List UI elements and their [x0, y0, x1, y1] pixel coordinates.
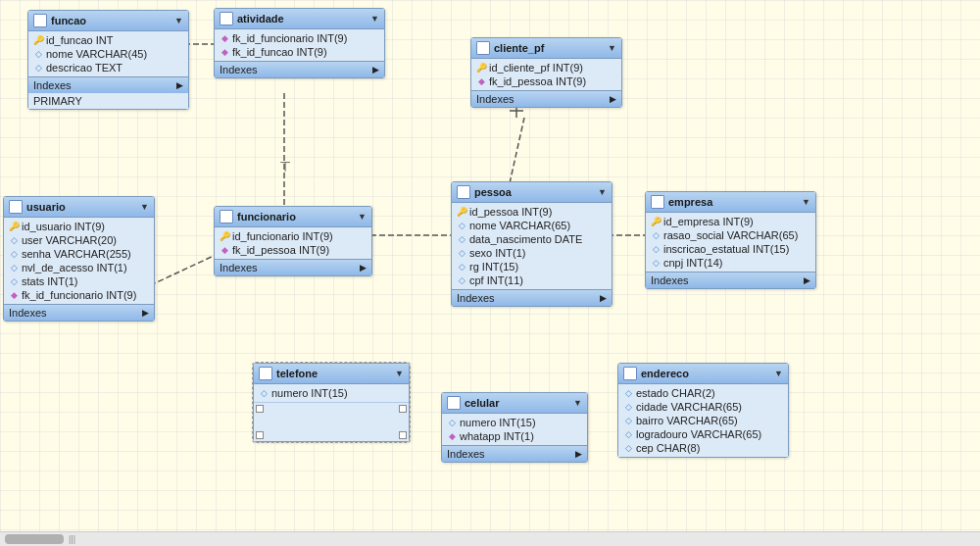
table-usuario-indexes[interactable]: Indexes ▶ — [4, 304, 154, 321]
table-usuario-header[interactable]: usuario ▼ — [4, 197, 154, 218]
field-icon: ◇ — [9, 276, 19, 286]
table-pessoa: pessoa ▼ 🔑 id_pessoa INT(9) ◇ nome VARCH… — [451, 181, 612, 307]
field-icon: ◇ — [623, 429, 633, 439]
table-funcionario-indexes[interactable]: Indexes ▶ — [215, 259, 371, 275]
field-label: estado CHAR(2) — [636, 387, 715, 399]
table-telefone-header[interactable]: telefone ▼ — [254, 364, 409, 384]
table-icon — [476, 41, 490, 55]
indexes-arrow: ▶ — [804, 275, 810, 285]
field-row: 🔑 id_usuario INT(9) — [4, 220, 154, 233]
table-atividade-indexes[interactable]: Indexes ▶ — [215, 61, 384, 77]
indexes-label: Indexes — [9, 307, 47, 319]
indexes-label: Indexes — [476, 93, 514, 105]
funcao-indexes-content: PRIMARY — [28, 93, 188, 109]
usuario-arrow[interactable]: ▼ — [140, 202, 149, 212]
table-atividade-header[interactable]: atividade ▼ — [215, 9, 384, 29]
field-label: cep CHAR(8) — [636, 442, 700, 454]
field-label: senha VARCHAR(255) — [22, 248, 131, 260]
field-row: ◇ rasao_social VARCHAR(65) — [646, 228, 815, 242]
telefone-arrow[interactable]: ▼ — [395, 369, 404, 378]
celular-arrow[interactable]: ▼ — [573, 398, 582, 408]
field-icon: ◇ — [457, 221, 466, 230]
table-atividade-fields: ◆ fk_id_funcionario INT(9) ◆ fk_id_funca… — [215, 29, 384, 61]
table-icon — [220, 12, 233, 25]
field-row: ◆ fk_id_pessoa INT(9) — [471, 74, 621, 88]
table-celular-indexes[interactable]: Indexes ▶ — [442, 445, 587, 462]
scrollbar-label: ||| — [69, 534, 75, 544]
indexes-label: Indexes — [33, 79, 72, 91]
horizontal-scrollbar[interactable]: ||| — [0, 531, 980, 546]
fk-icon: ◆ — [220, 33, 229, 43]
table-funcao-title: funcao — [51, 15, 86, 26]
table-funcao-fields: 🔑 id_funcao INT ◇ nome VARCHAR(45) ◇ des… — [28, 31, 188, 76]
table-funcao-indexes[interactable]: Indexes ▶ — [28, 76, 188, 93]
field-row: 🔑 id_pessoa INT(9) — [452, 205, 612, 219]
field-label: id_funcionario INT(9) — [232, 230, 333, 242]
field-label: id_empresa INT(9) — [663, 216, 754, 227]
table-pessoa-header[interactable]: pessoa ▼ — [452, 182, 612, 203]
funcionario-arrow[interactable]: ▼ — [358, 212, 367, 222]
pk-icon: 🔑 — [457, 207, 466, 217]
field-label: id_pessoa INT(9) — [469, 206, 552, 218]
table-funcionario-header[interactable]: funcionario ▼ — [215, 207, 371, 227]
table-usuario: usuario ▼ 🔑 id_usuario INT(9) ◇ user VAR… — [3, 196, 155, 322]
table-empresa: empresa ▼ 🔑 id_empresa INT(9) ◇ rasao_so… — [645, 191, 816, 289]
indexes-label: Indexes — [457, 292, 495, 304]
indexes-arrow: ▶ — [600, 293, 607, 303]
field-label: sexo INT(1) — [469, 247, 525, 259]
indexes-arrow: ▶ — [610, 94, 616, 104]
table-funcao-header[interactable]: funcao ▼ — [28, 11, 188, 31]
table-icon — [623, 367, 637, 380]
field-icon: ◇ — [457, 248, 466, 258]
endereco-arrow[interactable]: ▼ — [774, 369, 783, 378]
fk-icon: ◆ — [220, 47, 229, 57]
table-endereco: endereco ▼ ◇ estado CHAR(2) ◇ cidade VAR… — [617, 363, 789, 458]
table-celular-fields: ◇ numero INT(15) ◆ whatapp INT(1) — [442, 414, 587, 445]
table-cliente-pf-indexes[interactable]: Indexes ▶ — [471, 90, 621, 107]
field-row: ◇ numero INT(15) — [442, 416, 587, 429]
field-icon: ◇ — [447, 418, 457, 427]
field-label: fk_id_funcao INT(9) — [232, 46, 327, 58]
table-celular: celular ▼ ◇ numero INT(15) ◆ whatapp INT… — [441, 392, 588, 463]
table-empresa-indexes[interactable]: Indexes ▶ — [646, 272, 815, 288]
field-icon: ◇ — [9, 263, 19, 273]
table-atividade-title: atividade — [237, 13, 284, 25]
pessoa-arrow[interactable]: ▼ — [598, 187, 607, 197]
table-empresa-title: empresa — [668, 196, 712, 208]
field-row: 🔑 id_empresa INT(9) — [646, 215, 815, 228]
field-label: nvl_de_acesso INT(1) — [22, 262, 127, 273]
funcao-arrow[interactable]: ▼ — [174, 16, 183, 25]
table-cliente-pf-fields: 🔑 id_cliente_pf INT(9) ◆ fk_id_pessoa IN… — [471, 59, 621, 90]
table-funcionario-title: funcionario — [237, 211, 296, 223]
field-row: ◇ user VARCHAR(20) — [4, 233, 154, 247]
table-telefone-title: telefone — [276, 368, 318, 379]
indexes-arrow: ▶ — [372, 65, 379, 74]
table-celular-title: celular — [465, 397, 499, 409]
table-empresa-fields: 🔑 id_empresa INT(9) ◇ rasao_social VARCH… — [646, 213, 815, 272]
field-label: fk_id_funcionario INT(9) — [22, 289, 136, 301]
table-empresa-header[interactable]: empresa ▼ — [646, 192, 815, 213]
table-icon — [457, 185, 470, 199]
field-label: nome VARCHAR(45) — [46, 48, 147, 60]
field-row: ◆ fk_id_funcionario INT(9) — [215, 31, 384, 45]
table-cliente-pf-header[interactable]: cliente_pf ▼ — [471, 38, 621, 59]
empresa-arrow[interactable]: ▼ — [802, 197, 810, 207]
table-cliente-pf: cliente_pf ▼ 🔑 id_cliente_pf INT(9) ◆ fk… — [470, 37, 622, 108]
table-funcionario: funcionario ▼ 🔑 id_funcionario INT(9) ◆ … — [214, 206, 372, 276]
atividade-arrow[interactable]: ▼ — [370, 14, 379, 24]
field-row: ◇ rg INT(15) — [452, 260, 612, 273]
field-icon: ◇ — [651, 244, 661, 254]
field-row: ◇ nome VARCHAR(45) — [28, 47, 188, 61]
field-row: ◇ cep CHAR(8) — [618, 441, 788, 455]
erd-canvas: ⊤ funcao ▼ 🔑 id_funcao INT ◇ nome VAR — [0, 0, 980, 546]
fk-icon: ◆ — [220, 245, 229, 255]
table-endereco-header[interactable]: endereco ▼ — [618, 364, 788, 384]
table-pessoa-fields: 🔑 id_pessoa INT(9) ◇ nome VARCHAR(65) ◇ … — [452, 203, 612, 289]
table-pessoa-indexes[interactable]: Indexes ▶ — [452, 289, 612, 306]
field-row: ◆ fk_id_funcao INT(9) — [215, 45, 384, 59]
field-row: ◇ data_nascimento DATE — [452, 232, 612, 246]
table-icon — [447, 396, 461, 410]
table-celular-header[interactable]: celular ▼ — [442, 393, 587, 414]
pk-icon: 🔑 — [651, 217, 661, 226]
cliente-pf-arrow[interactable]: ▼ — [608, 43, 616, 53]
